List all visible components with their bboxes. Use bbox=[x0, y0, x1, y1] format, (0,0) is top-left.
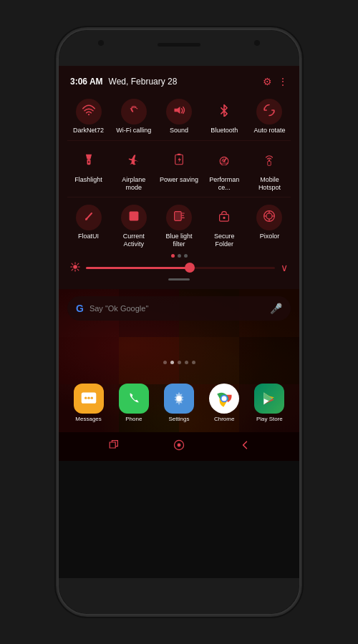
qs-auto-rotate[interactable]: Auto rotate bbox=[248, 94, 291, 137]
qs-current-activity[interactable]: Current Activity bbox=[112, 200, 155, 251]
home-dot-1 bbox=[163, 361, 167, 364]
status-date: Wed, February 28 bbox=[109, 77, 178, 87]
nav-back-button[interactable] bbox=[239, 439, 251, 454]
brightness-fill bbox=[86, 267, 190, 269]
playstore-label: Play Store bbox=[256, 416, 283, 422]
navigation-bar bbox=[59, 432, 299, 461]
power-saving-icon bbox=[173, 153, 185, 169]
svg-point-22 bbox=[223, 217, 226, 219]
qs-wifi-calling-label: Wi-Fi calling bbox=[116, 127, 151, 135]
qs-row-2: Flashlight Airplane mode bbox=[67, 144, 291, 195]
qs-secure-folder-label: Secure Folder bbox=[205, 233, 244, 248]
home-dot-2 bbox=[170, 361, 174, 364]
speaker bbox=[158, 43, 200, 47]
phone-icon bbox=[119, 384, 149, 414]
page-indicator bbox=[67, 254, 291, 258]
svg-point-14 bbox=[85, 218, 87, 220]
home-dot-3 bbox=[178, 361, 181, 364]
qs-flashlight-label: Flashlight bbox=[74, 176, 102, 184]
pixolor-icon bbox=[263, 210, 276, 225]
svg-point-45 bbox=[222, 396, 227, 401]
qs-pixolor-label: Pixolor bbox=[260, 233, 280, 240]
qs-sound[interactable]: Sound bbox=[158, 94, 200, 137]
flashlight-icon bbox=[84, 153, 94, 169]
home-screen[interactable]: G Say "Ok Google" 🎤 bbox=[59, 289, 299, 432]
more-options-icon[interactable]: ⋮ bbox=[278, 76, 288, 87]
wifi-icon bbox=[82, 104, 95, 119]
svg-rect-11 bbox=[268, 161, 271, 165]
qs-performance[interactable]: Performan ce... bbox=[203, 144, 246, 195]
qs-sound-label: Sound bbox=[170, 127, 188, 135]
phone-top-bar bbox=[59, 30, 299, 66]
svg-point-47 bbox=[178, 444, 181, 447]
qs-wifi-calling[interactable]: Wi-Fi calling bbox=[112, 94, 155, 137]
svg-rect-17 bbox=[175, 212, 182, 221]
dock-playstore[interactable]: Play Store bbox=[254, 384, 284, 422]
qs-pixolor[interactable]: Pixolor bbox=[248, 200, 291, 251]
svg-marker-1 bbox=[174, 107, 180, 114]
qs-auto-rotate-label: Auto rotate bbox=[253, 127, 285, 135]
power-button[interactable] bbox=[299, 159, 301, 209]
google-mic-icon[interactable]: 🎤 bbox=[270, 303, 282, 314]
home-dot-5 bbox=[192, 361, 195, 364]
svg-rect-15 bbox=[129, 212, 138, 221]
svg-point-24 bbox=[266, 213, 272, 219]
qs-row-3: FloatUI Current Activity bbox=[67, 200, 291, 251]
brightness-expand-icon[interactable]: ∨ bbox=[281, 262, 288, 273]
qs-divider-2 bbox=[67, 197, 291, 197]
bluetooth-icon bbox=[219, 104, 229, 119]
svg-line-34 bbox=[72, 263, 73, 265]
phone-frame: 3:06 AM Wed, February 28 ⚙ ⋮ bbox=[57, 29, 301, 615]
qs-bluetooth[interactable]: Bluetooth bbox=[203, 94, 246, 137]
qs-divider-1 bbox=[67, 140, 291, 141]
dock-settings[interactable]: Settings bbox=[164, 384, 194, 422]
sound-icon bbox=[173, 104, 185, 119]
qs-row-1: DarkNet72 Wi-Fi calling bbox=[67, 94, 291, 137]
qs-secure-folder[interactable]: Secure Folder bbox=[203, 200, 246, 251]
messages-icon bbox=[74, 384, 104, 414]
settings-label: Settings bbox=[169, 416, 190, 422]
brightness-thumb[interactable] bbox=[185, 263, 195, 273]
svg-line-36 bbox=[77, 263, 79, 265]
qs-blue-light-filter[interactable]: Blue light filter bbox=[158, 200, 200, 251]
svg-line-37 bbox=[72, 269, 73, 270]
chrome-icon bbox=[209, 384, 239, 414]
qs-current-activity-label: Current Activity bbox=[114, 233, 153, 248]
home-dot-4 bbox=[185, 361, 188, 364]
dock-messages[interactable]: Messages bbox=[74, 384, 104, 422]
qs-hotspot-label: Mobile Hotspot bbox=[250, 176, 289, 192]
google-search-bar[interactable]: G Say "Ok Google" 🎤 bbox=[67, 296, 291, 321]
settings-icon[interactable]: ⚙ bbox=[263, 76, 272, 87]
wifi-calling-icon bbox=[127, 104, 140, 119]
qs-darknet[interactable]: DarkNet72 bbox=[67, 94, 110, 137]
phone-label: Phone bbox=[125, 416, 142, 422]
secure-folder-icon bbox=[218, 210, 230, 225]
blue-light-filter-icon bbox=[173, 210, 185, 225]
brightness-icon bbox=[70, 262, 80, 274]
nav-home-button[interactable] bbox=[173, 439, 185, 454]
nav-recent-button[interactable] bbox=[107, 439, 119, 454]
svg-marker-2 bbox=[86, 154, 92, 159]
qs-handle bbox=[67, 275, 291, 282]
dock-chrome[interactable]: Chrome bbox=[209, 384, 239, 422]
settings-app-icon bbox=[164, 384, 194, 414]
hotspot-icon bbox=[263, 153, 275, 169]
brightness-slider[interactable] bbox=[86, 267, 275, 269]
qs-flashlight[interactable]: Flashlight bbox=[67, 144, 110, 195]
front-camera-right bbox=[254, 40, 260, 46]
qs-power-saving-label: Power saving bbox=[160, 176, 198, 184]
qs-hotspot[interactable]: Mobile Hotspot bbox=[248, 144, 291, 195]
qs-floatui[interactable]: FloatUI bbox=[67, 200, 110, 251]
page-dot-1 bbox=[171, 254, 175, 258]
qs-power-saving[interactable]: Power saving bbox=[158, 144, 200, 195]
qs-airplane[interactable]: Airplane mode bbox=[112, 144, 155, 195]
svg-line-35 bbox=[77, 269, 79, 270]
front-camera-left bbox=[98, 40, 104, 46]
phone-bottom-bar bbox=[59, 578, 299, 614]
messages-label: Messages bbox=[75, 416, 101, 422]
qs-handle-bar[interactable] bbox=[168, 278, 190, 280]
svg-point-9 bbox=[223, 160, 226, 162]
dock-phone[interactable]: Phone bbox=[119, 384, 149, 422]
status-icons: ⚙ ⋮ bbox=[263, 76, 288, 87]
auto-rotate-icon bbox=[263, 104, 276, 119]
